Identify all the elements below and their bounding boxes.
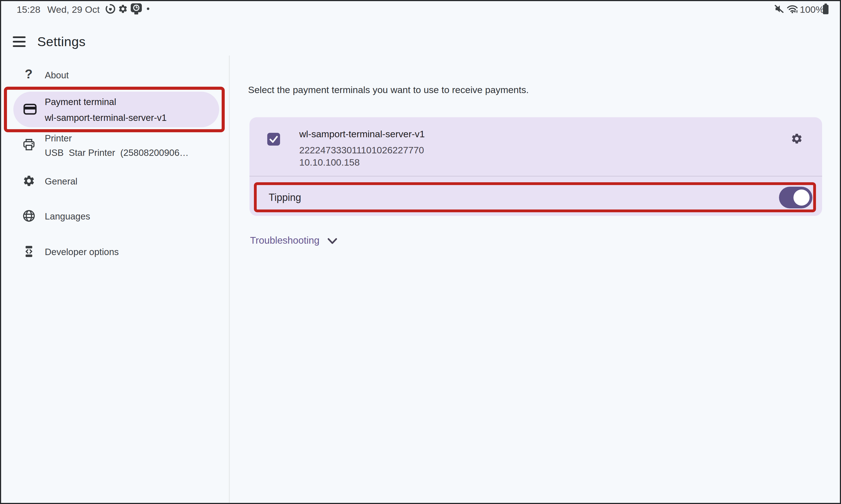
sidebar-item-printer[interactable]: Printer USB Star Printer (25808200906… (1, 130, 218, 161)
settings-screen: 15:28 Wed, 29 Oct 100% Settings (0, 0, 841, 504)
sidebar-divider (229, 56, 230, 504)
developer-icon (22, 245, 35, 258)
terminal-card: wl-samport-terminal-server-v1 2222473330… (250, 117, 822, 216)
overflow-dot (147, 7, 149, 10)
hamburger-menu-icon[interactable] (13, 36, 25, 47)
sidebar-item-sublabel: USB Star Printer (25808200906… (45, 147, 189, 158)
tipping-toggle[interactable] (779, 187, 812, 209)
status-time: 15:28 (17, 4, 40, 15)
chevron-down-icon (327, 237, 338, 245)
page-title: Settings (37, 34, 86, 49)
sidebar-item-label: Languages (45, 211, 90, 222)
battery-percentage: 100% (800, 4, 824, 15)
sidebar-item-label: Payment terminal (45, 97, 116, 107)
status-date: Wed, 29 Oct (47, 4, 100, 15)
clock-notification-icon (131, 3, 142, 15)
status-gear-icon (118, 4, 128, 14)
sidebar-item-label: About (45, 70, 69, 80)
instruction-text: Select the payment terminals you want to… (248, 85, 529, 95)
sidebar-item-payment-terminal[interactable]: Payment terminal wl-samport-terminal-ser… (13, 92, 219, 127)
terminal-name: wl-samport-terminal-server-v1 (299, 129, 425, 140)
card-divider (250, 176, 822, 176)
sidebar-item-label: Developer options (45, 247, 119, 257)
sidebar-item-languages[interactable]: Languages (1, 207, 218, 225)
sidebar-item-label: Printer (45, 133, 72, 144)
sidebar-item-label: General (45, 176, 77, 187)
sidebar-item-general[interactable]: General (1, 172, 218, 190)
troubleshooting-row[interactable]: Troubleshooting (250, 233, 338, 247)
troubleshooting-link[interactable]: Troubleshooting (250, 235, 320, 246)
checkmark-icon (267, 133, 280, 146)
globe-icon (22, 210, 35, 222)
battery-icon (822, 3, 829, 15)
tipping-label: Tipping (269, 192, 301, 203)
terminal-settings-gear-icon[interactable] (791, 132, 803, 145)
volume-muted-icon (774, 4, 784, 14)
terminal-ip: 10.10.100.158 (299, 157, 360, 168)
question-mark-icon: ? (25, 67, 33, 82)
terminal-serial: 222247333011101026227770 (299, 145, 424, 156)
sidebar-item-developer-options[interactable]: Developer options (1, 242, 218, 260)
wifi-icon (786, 4, 799, 14)
sidebar-item-sublabel: wl-samport-terminal-server-v1 (45, 112, 167, 123)
gear-icon (22, 175, 35, 187)
credit-card-icon (23, 103, 37, 115)
printer-icon (22, 138, 35, 151)
toggle-knob (793, 190, 810, 205)
sidebar-item-about[interactable]: ? About (1, 66, 218, 84)
terminal-checkbox[interactable] (267, 133, 280, 146)
digital-wellbeing-icon (105, 4, 116, 14)
